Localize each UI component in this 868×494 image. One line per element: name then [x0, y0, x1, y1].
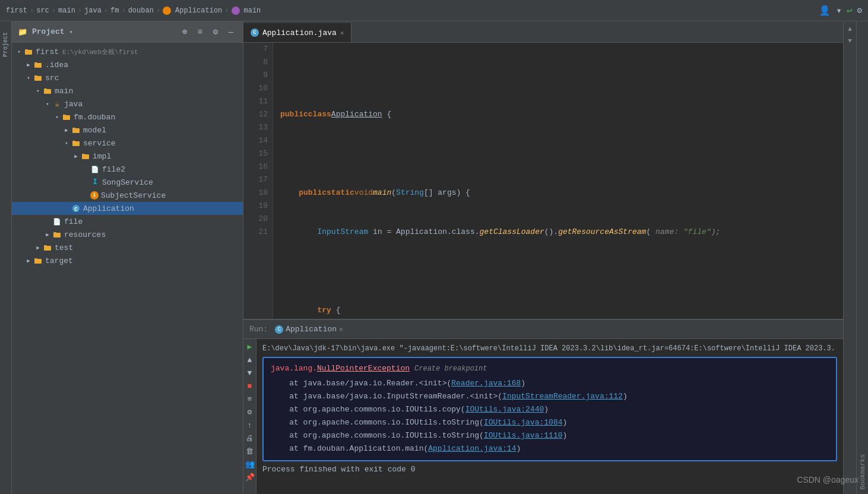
- panel-arrow[interactable]: ▾: [69, 28, 73, 36]
- breadcrumb-method[interactable]: main: [232, 7, 261, 15]
- breadcrumb-application[interactable]: Application: [163, 7, 222, 15]
- bookmarks-strip[interactable]: Bookmarks: [856, 21, 868, 494]
- exception-title: java.lang.NullPointerException: [271, 363, 410, 375]
- breadcrumb-first[interactable]: first: [6, 7, 27, 15]
- tab-application-java[interactable]: C Application.java ✕: [243, 23, 351, 42]
- run-people-btn[interactable]: 👥: [245, 459, 255, 470]
- svg-rect-23: [34, 258, 37, 259]
- idea-arrow[interactable]: ▶: [24, 60, 33, 69]
- model-arrow[interactable]: ▶: [62, 125, 71, 135]
- tree-test[interactable]: ▶ test: [12, 241, 243, 254]
- svg-text:C: C: [74, 207, 78, 213]
- process-finished: Process finished with exit code 0: [262, 464, 837, 476]
- service-arrow[interactable]: ▾: [62, 138, 71, 148]
- settings-btn[interactable]: ⚙: [210, 26, 221, 38]
- src-arrow[interactable]: ▾: [24, 73, 33, 83]
- main-arrow[interactable]: ▾: [33, 86, 43, 96]
- run-share-btn[interactable]: ↑: [245, 420, 255, 430]
- top-bar-right: 👤 ▾ ↩ ⚙: [819, 5, 862, 17]
- run-stop-btn[interactable]: ■: [245, 381, 255, 391]
- inputstreamreader-link[interactable]: InputStreamReader.java:112: [502, 392, 623, 401]
- hide-btn[interactable]: —: [225, 26, 237, 38]
- tree-file2[interactable]: ▶ 📄 file2: [12, 163, 243, 176]
- run-trash-btn[interactable]: 🗑: [245, 446, 255, 457]
- code-line-8: public class Application {: [280, 108, 836, 121]
- run-gear-btn[interactable]: ⚙: [245, 407, 255, 417]
- ioutils-tostring2-link[interactable]: IOUtils.java:1110: [484, 431, 563, 440]
- java-arrow[interactable]: ▾: [43, 99, 52, 109]
- ln-18: ◆ 18: [248, 186, 268, 200]
- svg-rect-20: [44, 246, 51, 251]
- target-arrow[interactable]: ▶: [24, 256, 33, 265]
- tree-src[interactable]: ▾ src: [12, 71, 243, 84]
- scroll-down-icon[interactable]: ▼: [845, 36, 856, 46]
- target-label: target: [45, 256, 73, 265]
- impl-arrow[interactable]: ▶: [71, 151, 81, 161]
- breadcrumb-fm[interactable]: fm: [110, 7, 119, 15]
- vcs-icon[interactable]: ↩: [847, 5, 853, 17]
- add-btn[interactable]: ⊕: [179, 26, 191, 38]
- tree-model[interactable]: ▶ model: [12, 124, 243, 137]
- tree-java[interactable]: ▾ ☕ java: [12, 97, 243, 110]
- reader-link[interactable]: Reader.java:168: [451, 379, 521, 388]
- root-arrow[interactable]: ▾: [14, 47, 24, 56]
- tree-subjectservice[interactable]: ▶ i SubjectService: [12, 189, 243, 202]
- settings-icon[interactable]: ⚙: [857, 5, 862, 15]
- breadcrumb-sep-4: ›: [104, 7, 108, 15]
- service-folder-icon: [71, 138, 81, 148]
- impl-folder-icon: [81, 151, 90, 161]
- tree-songservice[interactable]: ▶ I SongService: [12, 176, 243, 189]
- tree-target[interactable]: ▶ target: [12, 254, 243, 267]
- ln-17: 17: [248, 173, 268, 186]
- ioutils-copy-link[interactable]: IOUtils.java:2440: [465, 405, 544, 414]
- tree-impl[interactable]: ▶ impl: [12, 150, 243, 163]
- run-tab-application[interactable]: C Application ✕: [275, 325, 343, 334]
- bookmarks-label[interactable]: Bookmarks: [859, 454, 866, 489]
- run-tab-close[interactable]: ✕: [339, 325, 343, 333]
- ioutils-tostring1-link[interactable]: IOUtils.java:1084: [484, 418, 563, 427]
- src-folder-icon: [33, 73, 43, 83]
- method-icon: [232, 7, 240, 15]
- breadcrumb-src[interactable]: src: [36, 7, 49, 15]
- collapse-btn[interactable]: ≡: [194, 26, 206, 38]
- breadcrumb-main[interactable]: main: [58, 7, 75, 15]
- tree-idea[interactable]: ▶ .idea: [12, 58, 243, 71]
- scroll-up-icon[interactable]: ▲: [845, 24, 856, 34]
- run-pin-btn[interactable]: 📌: [245, 472, 255, 483]
- model-label: model: [83, 126, 106, 135]
- user-icon[interactable]: 👤 ▾: [819, 5, 842, 17]
- tree-fmdouban[interactable]: ▾ fm.douban: [12, 110, 243, 124]
- resources-arrow[interactable]: ▶: [43, 230, 52, 239]
- create-breakpoint-label[interactable]: Create breakpoint: [414, 363, 487, 375]
- tab-close-btn[interactable]: ✕: [340, 29, 344, 37]
- tree-main[interactable]: ▾ main: [12, 84, 243, 97]
- tree-service[interactable]: ▾ service: [12, 137, 243, 150]
- idea-label: .idea: [45, 61, 68, 69]
- tree-application[interactable]: ▶ C Application: [12, 202, 243, 215]
- java-folder-icon: ☕: [52, 99, 62, 109]
- run-print-btn[interactable]: 🖨: [245, 433, 255, 444]
- svg-rect-22: [34, 259, 42, 264]
- breadcrumb-douban[interactable]: douban: [128, 7, 154, 15]
- breadcrumb-java[interactable]: java: [84, 7, 102, 15]
- tree-resources[interactable]: ▶ resources: [12, 228, 243, 241]
- tree-root[interactable]: ▾ first E:\ykd\Web全栈\first: [12, 45, 243, 58]
- run-play-btn[interactable]: ▶: [245, 341, 255, 352]
- breadcrumb-bar: first › src › main › java › fm › douban …: [0, 0, 868, 21]
- ln-8: ▶ 8: [248, 56, 268, 69]
- breadcrumb-sep-2: ›: [52, 7, 56, 15]
- root-folder-icon: [24, 47, 33, 56]
- run-scroll-down-btn[interactable]: ▼: [245, 368, 255, 378]
- test-arrow[interactable]: ▶: [33, 243, 43, 252]
- svg-rect-0: [25, 50, 32, 55]
- run-filter-btn[interactable]: ≡: [245, 394, 255, 404]
- run-scroll-up-btn[interactable]: ▲: [245, 354, 255, 365]
- editor-area: C Application.java ✕ 7 ▶ 8 9 ▶: [243, 21, 843, 319]
- fmdouban-arrow[interactable]: ▾: [52, 112, 62, 122]
- tree-file[interactable]: ▶ 📄 file: [12, 215, 243, 228]
- left-tool-strip: Project: [0, 21, 12, 494]
- svg-rect-9: [63, 115, 66, 116]
- project-tool-icon[interactable]: Project: [2, 32, 9, 57]
- run-panel: Run: C Application ✕ ▶ ▲ ▼ ■ ≡ ⚙ ↑ 🖨: [243, 319, 843, 494]
- application-main-link[interactable]: Application.java:14: [428, 444, 516, 453]
